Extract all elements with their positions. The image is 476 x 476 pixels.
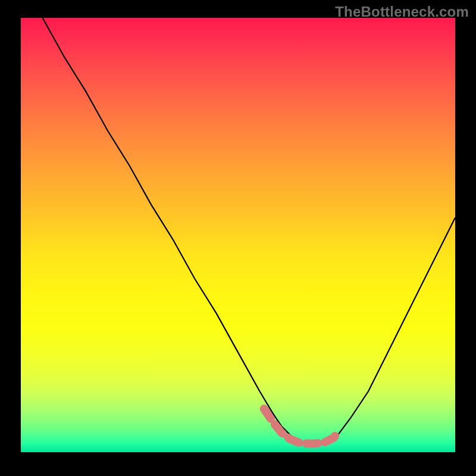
highlight-band	[264, 409, 338, 443]
bottleneck-curve	[43, 18, 456, 443]
chart-plot-area	[21, 18, 455, 452]
chart-svg	[21, 18, 455, 452]
watermark-text: TheBottleneck.com	[335, 4, 469, 20]
